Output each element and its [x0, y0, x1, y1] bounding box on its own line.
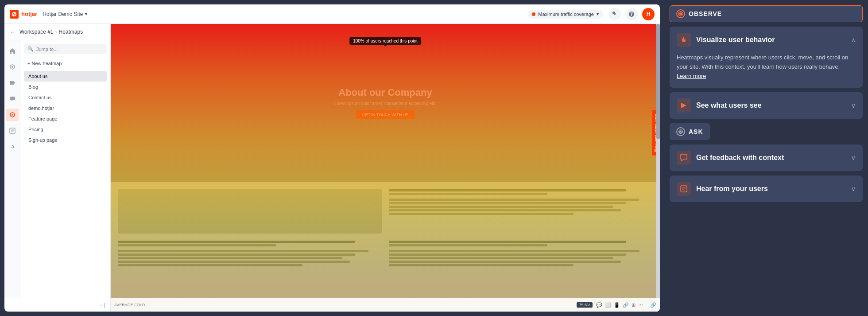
heatmap-overlay [111, 24, 660, 312]
traffic-chevron: ▾ [597, 12, 599, 16]
help-button[interactable] [625, 8, 638, 20]
new-heatmap-label: + New heatmap [27, 61, 62, 66]
page-item-pricing[interactable]: Pricing [24, 124, 107, 135]
page-item-signup[interactable]: Sign-up page [24, 135, 107, 145]
chat-icon[interactable]: 💬 [596, 302, 602, 308]
nav-icon-feedback[interactable] [6, 93, 19, 105]
page-item-about-us[interactable]: About us [24, 71, 107, 82]
accordion-visualize: Visualize user behavior ∧ Heatmaps visua… [670, 27, 863, 88]
feedback-chevron: ∨ [851, 154, 856, 161]
accordion-feedback-header[interactable]: Get feedback with context ∨ [670, 144, 863, 171]
hear-title: Hear from your users [696, 185, 846, 193]
site-name: Hotjar Demo Site [43, 11, 83, 17]
sidebar-top: ← Workspace #1 › Heatmaps [4, 24, 110, 40]
site-selector[interactable]: Hotjar Demo Site ▾ [43, 11, 87, 17]
visualize-description: Heatmaps visually represent where users … [677, 53, 856, 81]
play-icon-wrap [677, 98, 691, 113]
scrollbar[interactable] [656, 24, 660, 312]
nav-icon-recordings[interactable] [6, 77, 19, 89]
page-item-feature[interactable]: Feature page [24, 113, 107, 124]
bottom-icons: 💬 ⬜ 📱 🔗 ⊞ ⋯ [596, 302, 643, 308]
sidebar-icon-strip [4, 40, 20, 298]
observe-icon [676, 9, 685, 18]
hotjar-logo: hotjar [10, 10, 37, 19]
right-panel: OBSERVE Visualize user behavior ∧ Heatma… [664, 0, 868, 316]
heatmaps-label: Heatmaps [58, 29, 83, 35]
feedback-title: Get feedback with context [696, 154, 846, 162]
back-button[interactable]: ← [10, 28, 16, 35]
sidebar-pages: 🔍 + New heatmap About us Blog Contact us… [20, 40, 110, 298]
accordion-feedback: Get feedback with context ∨ [670, 144, 863, 171]
survey-icon-wrap [677, 182, 691, 196]
top-bar-icons: H [608, 8, 655, 20]
square-icon[interactable]: ⬜ [605, 302, 611, 308]
visualize-title: Visualize user behavior [696, 36, 846, 44]
page-item-contact[interactable]: Contact us [24, 92, 107, 103]
scrollbar-thumb [656, 24, 660, 139]
chain-icon[interactable]: 🔗 [650, 302, 656, 308]
nav-icon-heatmap[interactable] [6, 61, 19, 73]
search-box[interactable]: 🔍 [24, 44, 107, 54]
mobile-icon[interactable]: 📱 [614, 302, 620, 308]
accordion-see: See what users see ∨ [670, 92, 863, 119]
top-bar: hotjar Hotjar Demo Site ▾ Maximum traffi… [4, 4, 660, 24]
accordion-see-header[interactable]: See what users see ∨ [670, 92, 863, 119]
svg-point-4 [679, 12, 682, 15]
nav-icon-settings[interactable] [6, 140, 19, 153]
flame-icon-wrap [677, 33, 691, 47]
ask-label: ASK [689, 128, 703, 135]
traffic-label: Maximum traffic coverage [538, 12, 594, 17]
site-chevron: ▾ [85, 12, 87, 16]
traffic-badge[interactable]: Maximum traffic coverage ▾ [527, 10, 603, 19]
hotjar-logo-icon [10, 10, 19, 19]
accordion-visualize-body: Heatmaps visually represent where users … [670, 53, 863, 88]
nav-icon-home[interactable] [6, 45, 19, 57]
heatmap-tooltip: 100% of users reached this point [349, 37, 421, 45]
add-user-button[interactable] [608, 8, 621, 20]
accordion-visualize-header[interactable]: Visualize user behavior ∧ [670, 27, 863, 53]
breadcrumb: Workspace #1 › Heatmaps [19, 29, 83, 35]
nav-icon-surveys[interactable] [6, 125, 19, 137]
observe-label: OBSERVE [689, 10, 722, 17]
ask-tab[interactable]: ASK [670, 123, 710, 140]
accordion-hear-header[interactable]: Hear from your users ∨ [670, 176, 863, 202]
main-content: ← Workspace #1 › Heatmaps [4, 24, 660, 312]
heatmap-area: About our Company Lorem ipsum dolor amet… [111, 24, 660, 312]
page-item-blog[interactable]: Blog [24, 82, 107, 92]
expand-icon[interactable]: →| [98, 302, 105, 308]
new-heatmap-button[interactable]: + New heatmap [24, 59, 107, 68]
observe-tab[interactable]: OBSERVE [670, 5, 863, 22]
traffic-dot [532, 12, 535, 16]
visualize-chevron: ∧ [851, 36, 856, 43]
ask-icon [676, 127, 685, 136]
nav-icon-active[interactable] [6, 109, 19, 121]
more-icon[interactable]: ⋯ [638, 302, 643, 308]
avg-fold-label: AVERAGE FOLD [114, 303, 145, 307]
svg-rect-6 [681, 186, 687, 192]
see-title: See what users see [696, 101, 846, 109]
learn-more-link[interactable]: Learn more [677, 73, 706, 79]
hear-chevron: ∨ [851, 185, 856, 192]
link-icon[interactable]: 🔗 [623, 302, 629, 308]
bottom-bar: AVERAGE FOLD 75.6% 💬 ⬜ 📱 🔗 ⊞ ⋯ 🔗 [111, 298, 660, 312]
search-input[interactable] [36, 47, 103, 52]
see-chevron: ∨ [851, 102, 856, 109]
workspace-label: Workspace #1 [19, 29, 53, 35]
svg-point-1 [12, 66, 13, 68]
heatmap-canvas: About our Company Lorem ipsum dolor amet… [111, 24, 660, 312]
search-icon: 🔍 [27, 46, 34, 52]
app-window: hotjar Hotjar Demo Site ▾ Maximum traffi… [4, 4, 660, 312]
brand-name: hotjar [21, 11, 37, 17]
accordion-hear: Hear from your users ∨ [670, 176, 863, 202]
page-item-demo[interactable]: demo.hotjar [24, 103, 107, 113]
expand-icon[interactable]: ⊞ [632, 302, 636, 308]
sidebar: ← Workspace #1 › Heatmaps [4, 24, 111, 312]
percentage-badge: 75.6% [577, 302, 593, 308]
sidebar-nav: 🔍 + New heatmap About us Blog Contact us… [4, 40, 110, 298]
user-avatar[interactable]: H [642, 8, 655, 20]
chat-icon-wrap [677, 151, 691, 165]
